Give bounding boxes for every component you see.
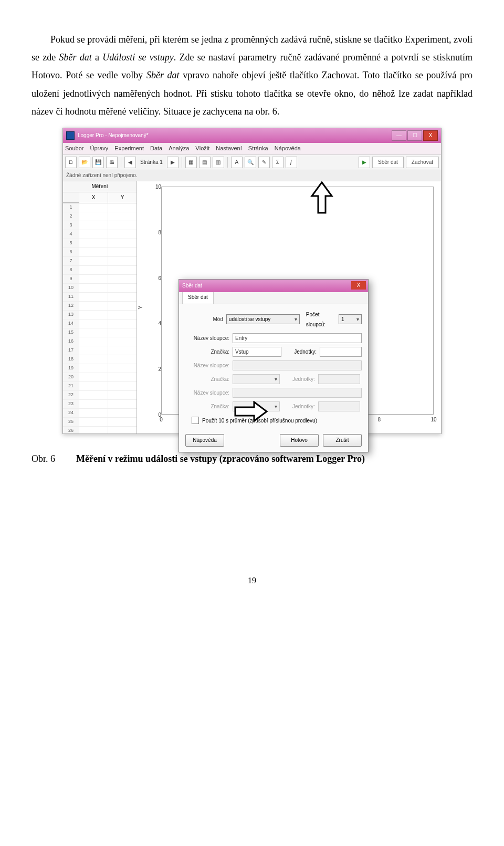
cell-y[interactable] — [108, 239, 136, 248]
cell-x[interactable] — [79, 293, 108, 302]
cell-y[interactable] — [108, 400, 136, 409]
cell-x[interactable] — [79, 239, 108, 248]
cell-x[interactable] — [79, 221, 108, 230]
cancel-button[interactable]: Zrušit — [323, 434, 362, 447]
minimize-button[interactable]: — — [392, 130, 406, 141]
cell-y[interactable] — [108, 382, 136, 391]
cell-x[interactable] — [79, 373, 108, 382]
table-row[interactable]: 14 — [63, 319, 136, 328]
bar-icon[interactable]: ▥ — [213, 157, 224, 168]
table-row[interactable]: 21 — [63, 382, 136, 391]
table-row[interactable]: 2 — [63, 212, 136, 221]
cell-y[interactable] — [108, 221, 136, 230]
sber-dat-button[interactable]: Sběr dat — [372, 157, 404, 168]
new-file-icon[interactable]: 🗋 — [65, 157, 77, 168]
cell-x[interactable] — [79, 248, 108, 257]
table-row[interactable]: 16 — [63, 337, 136, 346]
cell-y[interactable] — [108, 257, 136, 266]
menu-analyza[interactable]: Analýza — [169, 143, 189, 154]
page-prev-icon[interactable]: ◀ — [124, 157, 136, 168]
mark-input[interactable]: Vstup — [233, 347, 281, 357]
menu-napoveda[interactable]: Nápověda — [275, 143, 301, 154]
table-row[interactable]: 5 — [63, 239, 136, 248]
cell-x[interactable] — [79, 302, 108, 311]
page-next-icon[interactable]: ▶ — [167, 157, 178, 168]
cell-x[interactable] — [79, 400, 108, 409]
text-icon[interactable]: A — [231, 157, 243, 168]
units-input[interactable] — [320, 347, 362, 357]
cell-x[interactable] — [79, 230, 108, 239]
cell-x[interactable] — [79, 382, 108, 391]
table-row[interactable]: 3 — [63, 221, 136, 230]
cell-y[interactable] — [108, 311, 136, 319]
cell-x[interactable] — [79, 364, 108, 373]
cell-y[interactable] — [108, 284, 136, 293]
table-row[interactable]: 13 — [63, 311, 136, 319]
table-row[interactable]: 4 — [63, 230, 136, 239]
table-row[interactable]: 8 — [63, 266, 136, 275]
menu-upravy[interactable]: Úpravy — [90, 143, 108, 154]
cell-x[interactable] — [79, 418, 108, 427]
play-icon[interactable]: ▶ — [359, 157, 370, 168]
cell-x[interactable] — [79, 275, 108, 284]
cell-y[interactable] — [108, 337, 136, 346]
cell-y[interactable] — [108, 409, 136, 418]
menu-stranka[interactable]: Stránka — [248, 143, 268, 154]
table-row[interactable]: 20 — [63, 373, 136, 382]
cell-x[interactable] — [79, 257, 108, 266]
table-row[interactable]: 7 — [63, 257, 136, 266]
cell-y[interactable] — [108, 293, 136, 302]
cell-x[interactable] — [79, 212, 108, 221]
cell-y[interactable] — [108, 364, 136, 373]
table-row[interactable]: 19 — [63, 364, 136, 373]
table-row[interactable]: 11 — [63, 293, 136, 302]
cell-x[interactable] — [79, 355, 108, 364]
menu-experiment[interactable]: Experiment — [114, 143, 144, 154]
table-row[interactable]: 22 — [63, 391, 136, 400]
zoom-icon[interactable]: 🔍 — [245, 157, 256, 168]
colcount-select[interactable]: 1 — [339, 314, 362, 324]
cell-y[interactable] — [108, 275, 136, 284]
cell-y[interactable] — [108, 302, 136, 311]
chart-icon[interactable]: ▤ — [199, 157, 211, 168]
cell-x[interactable] — [79, 319, 108, 328]
tool-icon[interactable]: ✎ — [258, 157, 270, 168]
colname-input[interactable]: Entry — [233, 333, 362, 343]
table-row[interactable]: 1 — [63, 203, 136, 212]
table-row[interactable]: 9 — [63, 275, 136, 284]
table-row[interactable]: 26 — [63, 427, 136, 434]
table-row[interactable]: 18 — [63, 355, 136, 364]
cell-x[interactable] — [79, 203, 108, 212]
cell-y[interactable] — [108, 328, 136, 337]
table-row[interactable]: 23 — [63, 400, 136, 409]
cell-y[interactable] — [108, 266, 136, 275]
menu-data[interactable]: Data — [150, 143, 162, 154]
dialog-close-icon[interactable]: X — [351, 281, 366, 290]
fit-icon[interactable]: ƒ — [286, 157, 297, 168]
avg-checkbox[interactable]: Použít 10 s průměr (způsobí příslušnou p… — [192, 416, 362, 426]
cell-x[interactable] — [79, 346, 108, 355]
stats-icon[interactable]: Σ — [272, 157, 284, 168]
table-icon[interactable]: ▦ — [185, 157, 197, 168]
table-row[interactable]: 10 — [63, 284, 136, 293]
help-button[interactable]: Nápověda — [185, 434, 224, 447]
cell-y[interactable] — [108, 427, 136, 434]
table-row[interactable]: 24 — [63, 409, 136, 418]
table-row[interactable]: 25 — [63, 418, 136, 427]
cell-x[interactable] — [79, 311, 108, 319]
table-row[interactable]: 12 — [63, 302, 136, 311]
cell-y[interactable] — [108, 373, 136, 382]
menu-soubor[interactable]: Soubor — [65, 143, 83, 154]
save-file-icon[interactable]: 💾 — [92, 157, 104, 168]
cell-y[interactable] — [108, 230, 136, 239]
cell-y[interactable] — [108, 355, 136, 364]
cell-x[interactable] — [79, 391, 108, 400]
cell-x[interactable] — [79, 284, 108, 293]
menu-nastaveni[interactable]: Nastavení — [216, 143, 242, 154]
cell-x[interactable] — [79, 266, 108, 275]
maximize-button[interactable]: ☐ — [407, 130, 422, 141]
cell-y[interactable] — [108, 203, 136, 212]
ok-button[interactable]: Hotovo — [280, 434, 319, 447]
zachovat-button[interactable]: Zachovat — [406, 157, 439, 168]
mode-select[interactable]: události se vstupy — [226, 314, 300, 324]
